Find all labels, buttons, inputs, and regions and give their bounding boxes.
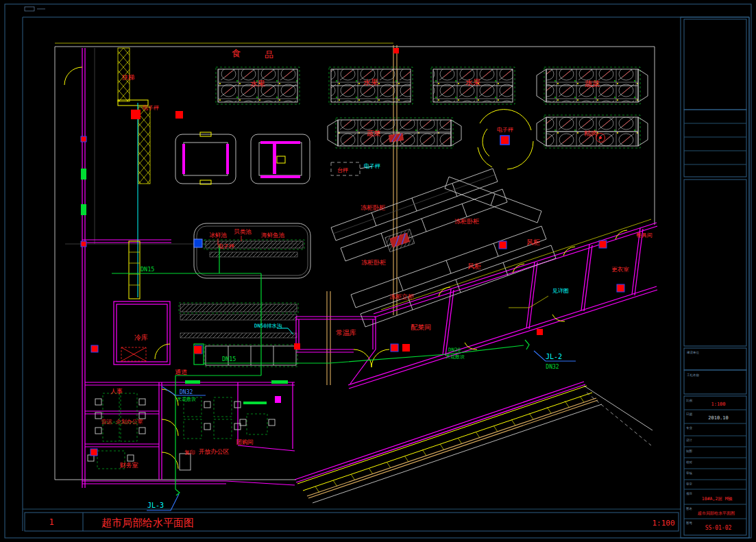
door-arc xyxy=(155,344,170,359)
label-meat: 精肉 xyxy=(584,130,598,137)
label-dn50-drain: DN50排水沟 xyxy=(254,323,282,329)
label-freezer-upright: 冻柜立柜 xyxy=(389,293,414,300)
tb-label-scale: 比例 xyxy=(686,399,693,403)
cold-storage-room xyxy=(114,301,170,365)
travelator-ramp xyxy=(295,382,653,503)
label-vegetable-1: 蔬菜 xyxy=(585,79,600,88)
column xyxy=(500,136,509,145)
water-pipes xyxy=(112,245,576,510)
label-corridor: 通道 xyxy=(175,369,187,375)
label-dn15-1: DN15 xyxy=(141,266,154,273)
office-walls xyxy=(82,380,295,485)
tb-label-item: 项目 xyxy=(686,492,692,495)
plot-stamp xyxy=(25,7,34,11)
label-locker-room: 更衣室 xyxy=(611,266,629,273)
deli-shelves xyxy=(179,303,298,338)
label-prep-room: 配菜间 xyxy=(411,323,431,331)
label-freezer-chest-2: 冻柜卧柜 xyxy=(454,218,479,225)
drawing-canvas: 1 超市局部给水平面图 1:100 建设单位 工程名称 比例 1:100 日期 … xyxy=(0,0,756,542)
ladder xyxy=(129,241,140,299)
label-finance-office: 财务室 xyxy=(120,462,138,469)
ambient-warehouse xyxy=(296,317,389,384)
freezer-counters xyxy=(331,169,556,327)
tb-label-audit: 审核 xyxy=(686,471,693,475)
label-planning-office: 营运 企划办公室 xyxy=(101,419,143,425)
tb-label-discipline: 专业 xyxy=(686,426,693,430)
label-ice-pool: 冰鲜池 xyxy=(209,232,227,238)
tb-value-dwgno: SS-01-02 xyxy=(705,525,732,531)
window-segment xyxy=(81,169,86,180)
title-block: 建设单位 工程名称 比例 1:100 日期 2010.10 专业 设计 制图 校… xyxy=(681,17,749,538)
label-hr-office: 人事 xyxy=(110,388,123,395)
tb-label-owner: 建设单位 xyxy=(686,350,700,354)
cad-sheet: 1 超市局部给水平面图 1:100 建设单位 工程名称 比例 1:100 日期 … xyxy=(0,0,756,542)
label-scale-2: 电子秤 xyxy=(143,105,159,111)
label-scale-3: 电子秤 xyxy=(218,243,234,249)
label-ambient-warehouse: 常温库 xyxy=(336,329,356,336)
structural-columns xyxy=(81,48,624,456)
tb-value-date: 2010.10 xyxy=(708,415,729,421)
hatched-column xyxy=(385,229,415,251)
label-dn20: DN20 xyxy=(448,347,461,353)
label-group-room: 团购间 xyxy=(236,439,254,445)
tb-label-title: 图名 xyxy=(686,507,692,510)
label-escalator: 扶梯 xyxy=(121,74,134,81)
label-dish-room: 餐具间 xyxy=(636,232,653,238)
label-air-cabinet-2: 风柜 xyxy=(526,238,540,246)
label-fruit-3: 水果 xyxy=(465,78,480,87)
label-shellfish-pool: 贝类池 xyxy=(234,228,252,235)
tb-value-item: 10#A,2层 M轴 xyxy=(702,496,732,502)
tb-label-draw: 制图 xyxy=(686,449,692,453)
sheet-number: 1 xyxy=(49,517,53,527)
office-desks xyxy=(88,393,275,470)
label-jl3: JL-3 xyxy=(147,502,164,509)
door-arc xyxy=(64,67,82,85)
label-freezer-chest-1: 冻柜卧柜 xyxy=(361,204,385,211)
label-dn32-office: DN32 xyxy=(180,389,193,395)
label-jl2-dn32: DN32 xyxy=(546,364,559,370)
window-segment xyxy=(185,380,200,384)
label-vegetable-2: 蔬菜 xyxy=(367,130,380,137)
label-air-cabinet-1: 风柜 xyxy=(467,262,481,270)
label-jl2: JL-2 xyxy=(546,353,562,360)
tb-value-title: 超市局部给水平面图 xyxy=(698,510,735,516)
label-open-office: 开放办公区 xyxy=(199,448,230,455)
label-fish-pool: 海鲜鱼池 xyxy=(261,232,285,238)
label-ceiling-run-2: 天花敷设 xyxy=(177,397,196,402)
shelf-rack-vegetable-2 xyxy=(328,118,461,148)
checkout-island xyxy=(251,134,310,184)
tb-label-check: 校对 xyxy=(686,460,693,464)
door-arc xyxy=(371,349,389,367)
label-food-1: 食 xyxy=(232,48,241,58)
scale-kiosk xyxy=(478,110,533,169)
label-copy: 复印 xyxy=(184,449,195,456)
label-ceiling-run-1: 天花敷设 xyxy=(446,354,465,360)
sheet-scale: 1:100 xyxy=(652,519,674,528)
window-segment xyxy=(81,204,86,215)
label-platform-scale: 台秤 xyxy=(337,167,348,173)
label-cold-storage: 冷库 xyxy=(134,334,148,341)
equipment-block xyxy=(194,239,202,247)
label-see-detail: 见详图 xyxy=(552,288,569,294)
tb-label-date: 日期 xyxy=(686,412,693,416)
label-scale-kiosk: 电子秤 xyxy=(497,127,513,133)
tb-label-approve: 审定 xyxy=(686,482,693,486)
tb-label-project-name: 工程名称 xyxy=(687,373,700,377)
escalator-truss xyxy=(118,48,150,299)
checkout-island xyxy=(175,132,236,184)
sheet-title: 超市局部给水平面图 xyxy=(101,517,194,529)
label-dn15-2: DN15 xyxy=(222,356,236,362)
label-fruit-1: 水果 xyxy=(250,79,265,88)
bottom-title-bar: 1 超市局部给水平面图 1:100 xyxy=(25,513,679,531)
tb-label-dwgno: 图号 xyxy=(686,521,693,525)
tb-value-scale: 1:100 xyxy=(711,402,725,407)
window-segment xyxy=(271,380,288,384)
label-fruit-2: 水果 xyxy=(363,78,378,87)
label-food-2: 品 xyxy=(265,49,273,60)
window-segment xyxy=(243,402,267,404)
label-escale: 电子秤 xyxy=(364,163,380,169)
copier xyxy=(180,454,191,470)
tb-label-design: 设计 xyxy=(686,438,693,442)
label-freezer-chest-3: 冻柜卧柜 xyxy=(361,259,386,266)
